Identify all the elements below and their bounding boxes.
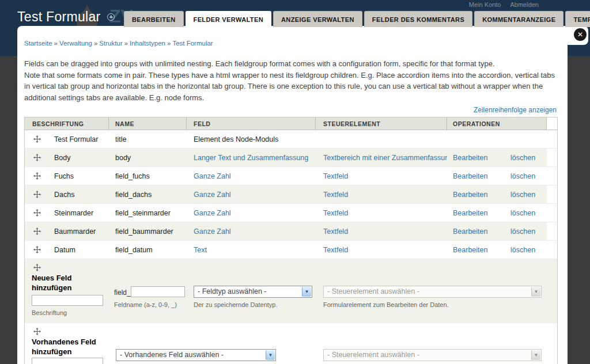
new-widget-help: Formularelement zum Bearbeiten der Daten… [323,301,449,308]
breadcrumb-separator: » [92,40,99,47]
add-existing-field-title: Vorhandenes Feld hinzufügen [32,337,100,357]
edit-link[interactable]: Bearbeiten [453,172,487,180]
tab-kommentaranzeige[interactable]: KOMMENTARANZEIGE [474,11,563,27]
delete-link[interactable]: löschen [510,209,535,217]
tab-anzeige-verwalten[interactable]: ANZEIGE VERWALTEN [273,11,362,27]
field-type-help: Der zu speichernde Datentyp. [194,301,278,308]
tab-template[interactable]: TEMPLATE [565,11,590,27]
breadcrumb-separator: » [123,40,130,47]
widget-type-link[interactable]: Textfeld [323,227,348,236]
close-overlay-button[interactable]: ✕ [574,28,587,41]
delete-link[interactable]: löschen [510,172,535,180]
widget-type-link[interactable]: Textfeld [323,246,348,254]
row-spacer-cell [547,222,557,240]
field-machine-name: body [109,149,187,166]
column-header-spacer [547,117,557,130]
field-label: Fuchs [54,172,74,180]
widget-type-link[interactable]: Textfeld [323,209,348,217]
edit-link[interactable]: Bearbeiten [453,154,487,162]
edit-link[interactable]: Bearbeiten [453,227,487,236]
field-label: Dachs [54,191,74,199]
field-type-link[interactable]: Ganze Zahl [194,209,231,217]
drag-handle-icon[interactable] [33,209,41,217]
show-row-weights-link[interactable]: Zeilenreihenfolge anzeigen [474,106,557,114]
field-type-link[interactable]: Ganze Zahl [194,172,231,180]
column-header-field: FELD [187,117,316,130]
drag-handle-icon[interactable] [33,135,41,143]
column-header-label: BESCHRIFTUNG [25,117,109,130]
breadcrumb-link[interactable]: Struktur [99,40,122,47]
field-type-link[interactable]: Text [194,246,207,254]
breadcrumb-link[interactable]: Startseite [24,40,52,47]
field-prefix-label: field_ [114,289,131,297]
existing-field-selected-value: - Vorhandenes Feld auswählen - [120,351,224,359]
field-type-link[interactable]: Langer Text und Zusammenfassung [194,154,308,162]
table-body: Test Formular title Element des Node-Mod… [25,130,557,259]
delete-link[interactable]: löschen [510,227,535,236]
tab-bearbeiten[interactable]: BEARBEITEN [124,11,184,27]
existing-field-select[interactable]: - Vorhandenes Feld auswählen - ▼ [116,349,276,361]
table-row: Baummarder field_baummarder Ganze Zahl T… [25,222,557,241]
existing-field-label-input[interactable] [32,358,103,364]
field-machine-name: field_fuchs [109,167,187,185]
field-machine-name: field_datum [109,241,187,259]
new-field-label-help: Beschriftung [32,309,67,316]
page-title-text: Test Formular [17,9,100,25]
drag-handle-icon[interactable] [33,154,41,161]
new-widget-select: - Steuerelement auswählen - ▼ [323,286,542,298]
widget-type-link[interactable]: Textfeld [323,172,348,180]
add-circle-icon[interactable]: + [107,13,115,21]
page-description: Fields can be dragged into groups with u… [24,58,561,103]
breadcrumb-link[interactable]: Inhaltstypen [130,40,165,47]
chevron-down-icon: ▼ [531,350,540,360]
field-machine-name: field_baummarder [109,222,187,240]
new-field-label-input[interactable] [32,295,103,306]
field-label: Baummarder [54,227,96,236]
field-type-link[interactable]: Ganze Zahl [194,227,231,236]
page-title: Test Formular + [17,9,115,25]
account-links: Mein Konto Abmelden [469,1,539,8]
delete-link[interactable]: löschen [510,246,535,254]
table-row: Fuchs field_fuchs Ganze Zahl Textfeld Be… [25,167,557,185]
chevron-down-icon: ▼ [266,350,275,360]
field-label: Body [54,154,71,162]
new-field-name-help: Feldname (a-z, 0-9, _) [114,301,177,308]
widget-type-link[interactable]: Textbereich mit einer Zusammenfassung [323,154,447,162]
drag-handle-icon[interactable] [33,172,41,180]
table-row: Datum field_datum Text Textfeld Bearbeit… [25,241,557,259]
field-type-link: Element des Node-Moduls [194,135,278,143]
existing-widget-selected-value: - Steuerelement auswählen - [327,351,419,359]
field-type-link[interactable]: Ganze Zahl [194,191,231,199]
drag-handle-icon[interactable] [33,328,41,335]
drag-handle-icon[interactable] [33,246,41,253]
logout-link[interactable]: Abmelden [510,1,539,8]
chevron-down-icon: ▼ [302,287,311,297]
field-type-select[interactable]: - Feldtyp auswählen - ▼ [194,286,312,298]
delete-link[interactable]: löschen [510,191,535,199]
tab-felder-des-kommentars[interactable]: FELDER DES KOMMENTARS [364,11,472,27]
breadcrumb-link[interactable]: Test Formular [172,40,213,47]
edit-link[interactable]: Bearbeiten [453,191,487,199]
row-spacer-cell [547,241,557,259]
overlay-panel: Startseite»Verwaltung»Struktur»Inhaltsty… [17,26,568,364]
tab-felder-verwalten[interactable]: FELDER VERWALTEN [186,11,272,27]
row-spacer-cell [547,149,557,166]
column-header-operations: OPERATIONEN [447,117,547,130]
delete-link[interactable]: löschen [510,154,535,162]
table-row: Dachs field_dachs Ganze Zahl Textfeld Be… [25,185,557,204]
drag-handle-icon[interactable] [33,264,41,271]
fields-table: BESCHRIFTUNG NAME FELD STEUERELEMENT OPE… [24,117,558,364]
drag-handle-icon[interactable] [33,191,41,198]
breadcrumb-link[interactable]: Verwaltung [59,40,92,47]
drag-handle-icon[interactable] [33,227,41,235]
edit-link[interactable]: Bearbeiten [453,246,487,254]
edit-link[interactable]: Bearbeiten [453,209,487,217]
description-paragraph-1: Fields can be dragged into groups with u… [24,58,561,70]
my-account-link[interactable]: Mein Konto [469,1,501,8]
row-spacer-cell [547,185,557,203]
existing-widget-select: - Steuerelement auswählen - ▼ [323,349,542,361]
column-header-widget: STEUERELEMENT [316,117,447,130]
add-existing-field-row: Vorhandenes Feld hinzufügen - Vorhandene… [25,323,557,364]
new-field-name-input[interactable] [131,286,185,297]
widget-type-link[interactable]: Textfeld [323,191,348,199]
